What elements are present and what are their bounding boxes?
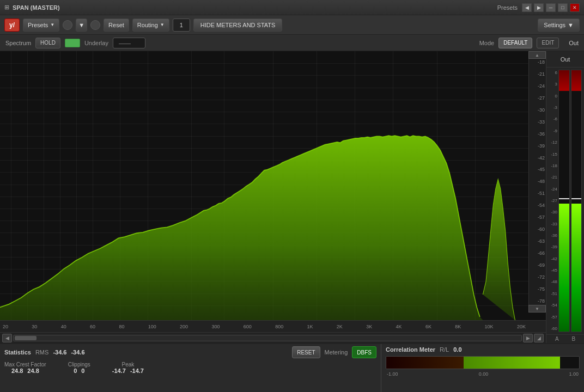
clippings-stat: Clippings 0 0 bbox=[68, 362, 90, 374]
x-label-600: 600 bbox=[244, 324, 252, 329]
y-label-24: -24 bbox=[530, 84, 545, 89]
y-label-51: -51 bbox=[530, 191, 545, 196]
y-label-66: -66 bbox=[530, 251, 545, 256]
scroll-corner[interactable]: ◢ bbox=[534, 334, 544, 342]
metering-label: Metering bbox=[325, 349, 348, 356]
reset-label: Reset bbox=[108, 22, 124, 28]
vu-scale-n24: -24 bbox=[549, 187, 557, 192]
correlation-dark-fill bbox=[386, 357, 464, 369]
vu-scale-n6: -6 bbox=[549, 117, 557, 121]
spectrum-label: Spectrum bbox=[5, 40, 31, 46]
scroll-track[interactable] bbox=[13, 335, 522, 341]
routing-button[interactable]: Routing ▼ bbox=[132, 19, 169, 32]
dbfs-label: DBFS bbox=[357, 350, 372, 356]
close-button[interactable]: ✕ bbox=[570, 3, 580, 12]
nav-prev-button[interactable]: ◀ bbox=[522, 3, 532, 12]
vu-scale-n51: -51 bbox=[549, 292, 557, 296]
x-label-20: 20 bbox=[3, 324, 8, 329]
hide-meters-button[interactable]: HIDE METERS AND STATS bbox=[193, 19, 283, 32]
x-axis-labels: 20 30 40 60 80 100 200 300 600 800 1K 2K… bbox=[3, 324, 526, 329]
vu-scale-n57: -57 bbox=[549, 315, 557, 320]
y-axis-panel: ▲ -18 -21 -24 -27 -30 -33 -36 -39 -42 -4… bbox=[528, 51, 546, 313]
y-label-63: -63 bbox=[530, 239, 545, 244]
x-label-800: 800 bbox=[275, 324, 283, 329]
clippings-l: 0 bbox=[74, 367, 77, 374]
y-label-72: -72 bbox=[530, 275, 545, 280]
presets-label: Presets bbox=[28, 22, 48, 28]
underlay-value[interactable]: —— bbox=[113, 38, 145, 48]
stats-values: Max Crest Factor 24.8 24.8 Clippings 0 0… bbox=[4, 362, 376, 374]
vu-a-label: A bbox=[555, 336, 559, 342]
toolbar: y/ Presets ▼ ▼ Reset Routing ▼ 1 HIDE ME… bbox=[0, 15, 584, 35]
vu-scale: 6 3 0 -3 -6 -9 -12 -15 -18 -21 -24 -27 -… bbox=[549, 70, 557, 332]
minimize-button[interactable]: ─ bbox=[546, 3, 556, 12]
spectrum-wrapper: ▲ -18 -21 -24 -27 -30 -33 -36 -39 -42 -4… bbox=[0, 51, 546, 343]
spectrum-area[interactable]: ▲ -18 -21 -24 -27 -30 -33 -36 -39 -42 -4… bbox=[0, 51, 546, 320]
hold-button[interactable]: HOLD bbox=[35, 38, 60, 48]
correlation-green-fill bbox=[464, 357, 560, 369]
mode-edit-button[interactable]: EDIT bbox=[537, 38, 559, 48]
clippings-values: 0 0 bbox=[74, 367, 84, 374]
logo-button[interactable]: y/ bbox=[4, 19, 20, 32]
stats-reset-label: RESET bbox=[297, 350, 315, 356]
scroll-thumb[interactable] bbox=[15, 336, 36, 340]
vu-scale-n36: -36 bbox=[549, 234, 557, 238]
y-scroll-down-button[interactable]: ▼ bbox=[528, 305, 546, 313]
hold-indicator[interactable] bbox=[65, 39, 80, 47]
peak-values: -14.7 -14.7 bbox=[112, 367, 144, 374]
vu-bar-b bbox=[571, 70, 582, 332]
vu-scale-n21: -21 bbox=[549, 175, 557, 180]
y-label-21: -21 bbox=[530, 72, 545, 77]
title-text: SPAN (MASTER) bbox=[13, 4, 60, 11]
x-label-4k: 4K bbox=[396, 324, 402, 329]
x-label-20k: 20K bbox=[517, 324, 526, 329]
scroll-left-button[interactable]: ◀ bbox=[2, 334, 12, 342]
vu-scale-n12: -12 bbox=[549, 140, 557, 145]
y-label-42: -42 bbox=[530, 156, 545, 161]
vu-bar-a bbox=[558, 70, 570, 332]
vu-scale-n54: -54 bbox=[549, 303, 557, 308]
y-scroll-up-button[interactable]: ▲ bbox=[528, 51, 546, 59]
correlation-rl-value: 0.0 bbox=[453, 346, 461, 353]
scroll-right-button[interactable]: ▶ bbox=[523, 334, 533, 342]
dbfs-button[interactable]: DBFS bbox=[352, 346, 376, 358]
settings-button[interactable]: Settings ▼ bbox=[538, 19, 580, 32]
x-label-1k: 1K bbox=[307, 324, 313, 329]
max-crest-l: 24.8 bbox=[11, 367, 23, 374]
arrow-down-icon: ▼ bbox=[78, 22, 84, 28]
arrow-down-button[interactable]: ▼ bbox=[76, 19, 87, 32]
correlation-scale-labels: -1.00 0.00 1.00 bbox=[386, 371, 580, 377]
vu-scale-n33: -33 bbox=[549, 222, 557, 226]
circle-btn-2[interactable] bbox=[90, 20, 100, 30]
reset-button[interactable]: Reset bbox=[104, 19, 129, 32]
mode-default-label: DEFAULT bbox=[503, 40, 527, 46]
x-label-30: 30 bbox=[32, 324, 37, 329]
vu-ab-labels: A B bbox=[546, 334, 584, 343]
correlation-title: Correlation Meter bbox=[386, 346, 435, 353]
x-label-8k: 8K bbox=[455, 324, 461, 329]
max-crest-values: 24.8 24.8 bbox=[11, 367, 39, 374]
logo-text: y/ bbox=[9, 21, 15, 29]
presets-text: Presets bbox=[497, 4, 518, 11]
nav-next-button[interactable]: ▶ bbox=[534, 3, 544, 12]
circle-btn-1[interactable] bbox=[63, 20, 72, 30]
y-label-27: -27 bbox=[530, 96, 545, 101]
mode-default-button[interactable]: DEFAULT bbox=[498, 38, 532, 48]
corr-scale-left: -1.00 bbox=[387, 371, 398, 377]
x-label-300: 300 bbox=[211, 324, 220, 329]
presets-button[interactable]: Presets ▼ bbox=[23, 19, 59, 32]
presets-arrow: ▼ bbox=[50, 22, 54, 27]
x-label-2k: 2K bbox=[337, 324, 343, 329]
maximize-button[interactable]: □ bbox=[558, 3, 568, 12]
channel-number[interactable]: 1 bbox=[173, 19, 190, 32]
routing-arrow: ▼ bbox=[160, 22, 165, 27]
vu-scale-n60: -60 bbox=[549, 327, 557, 331]
peak-stat: Peak -14.7 -14.7 bbox=[112, 362, 144, 374]
stats-title: Statistics bbox=[4, 349, 31, 356]
underlay-dashes-text: —— bbox=[119, 40, 131, 46]
routing-label: Routing bbox=[137, 22, 158, 28]
y-label-45: -45 bbox=[530, 167, 545, 172]
x-label-80: 80 bbox=[119, 324, 124, 329]
stats-reset-button[interactable]: RESET bbox=[292, 346, 320, 358]
x-axis: 20 30 40 60 80 100 200 300 600 800 1K 2K… bbox=[0, 320, 546, 332]
